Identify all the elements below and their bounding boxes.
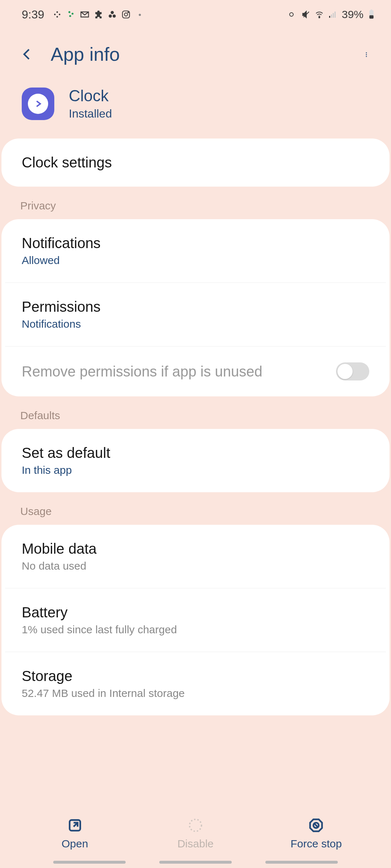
- clock-settings-title: Clock settings: [22, 154, 369, 171]
- disable-icon: [187, 817, 204, 834]
- svg-rect-20: [369, 15, 373, 18]
- back-nav-button[interactable]: [265, 861, 338, 864]
- open-icon: [66, 817, 84, 834]
- app-name: Clock: [69, 87, 112, 105]
- mobile-data-row[interactable]: Mobile data No data used: [1, 525, 390, 588]
- svg-rect-1: [56, 11, 58, 13]
- section-privacy-label: Privacy: [0, 187, 391, 219]
- svg-rect-3: [56, 16, 58, 17]
- status-left: 9:39 ●: [22, 8, 145, 21]
- set-default-sub: In this app: [22, 464, 369, 476]
- svg-point-22: [366, 52, 367, 54]
- home-button[interactable]: [159, 861, 232, 864]
- status-time: 9:39: [22, 8, 44, 21]
- status-bar: 9:39 ● 39%: [0, 0, 391, 29]
- mobile-data-title: Mobile data: [22, 541, 369, 557]
- more-options-button[interactable]: [358, 45, 377, 63]
- remove-permissions-toggle[interactable]: [336, 362, 369, 380]
- svg-point-7: [111, 11, 114, 14]
- puzzle-icon: [93, 9, 104, 20]
- svg-point-8: [109, 14, 112, 18]
- svg-point-12: [128, 12, 129, 13]
- disable-button[interactable]: Disable: [159, 817, 232, 850]
- svg-point-13: [290, 13, 293, 16]
- svg-rect-2: [59, 14, 60, 15]
- header: App info: [0, 29, 391, 80]
- system-nav-bar: [0, 861, 391, 864]
- svg-point-23: [366, 54, 367, 55]
- clock-settings-row[interactable]: Clock settings: [1, 139, 390, 187]
- mute-icon: [301, 9, 311, 20]
- notifications-sub: Allowed: [22, 254, 369, 267]
- svg-rect-16: [331, 14, 332, 18]
- instagram-icon: [121, 9, 131, 20]
- page-title: App info: [51, 43, 344, 65]
- svg-point-11: [125, 13, 128, 16]
- permissions-row[interactable]: Permissions Notifications: [5, 282, 386, 346]
- toggle-knob: [337, 364, 353, 379]
- status-right: 39%: [288, 8, 377, 21]
- mobile-data-sub: No data used: [22, 560, 369, 572]
- svg-point-4: [68, 11, 70, 13]
- bottom-action-bar: Open Disable Force stop: [0, 817, 391, 850]
- remove-permissions-title: Remove permissions if app is unused: [22, 363, 262, 380]
- svg-rect-21: [371, 9, 373, 10]
- slack-icon: [52, 9, 62, 20]
- battery-icon: [366, 9, 377, 20]
- force-stop-button[interactable]: Force stop: [280, 817, 352, 850]
- app-header-text: Clock Installed: [69, 87, 112, 120]
- battery-percentage: 39%: [342, 8, 363, 21]
- battery-row[interactable]: Battery 1% used since last fully charged: [5, 588, 386, 652]
- usage-card: Mobile data No data used Battery 1% used…: [1, 525, 390, 715]
- svg-point-26: [189, 820, 201, 831]
- dots-icon: [66, 9, 76, 20]
- svg-rect-17: [333, 13, 334, 18]
- gmail-icon: [80, 9, 90, 20]
- notifications-row[interactable]: Notifications Allowed: [1, 219, 390, 282]
- disable-label: Disable: [177, 838, 214, 850]
- app-icon: [22, 88, 54, 120]
- section-usage-label: Usage: [0, 492, 391, 525]
- svg-point-5: [72, 13, 73, 14]
- open-label: Open: [62, 838, 88, 850]
- dot-icon: ●: [135, 9, 145, 20]
- battery-title: Battery: [22, 604, 369, 621]
- signal-icon: [327, 9, 337, 20]
- svg-rect-18: [335, 12, 336, 18]
- open-button[interactable]: Open: [39, 817, 111, 850]
- svg-point-14: [319, 17, 320, 18]
- set-default-title: Set as default: [22, 445, 369, 461]
- cluster-icon: [107, 9, 117, 20]
- back-button[interactable]: [18, 45, 36, 63]
- app-header: Clock Installed: [0, 80, 391, 139]
- svg-rect-0: [54, 14, 56, 15]
- permissions-title: Permissions: [22, 299, 369, 315]
- vpn-key-icon: [288, 9, 298, 20]
- app-install-status: Installed: [69, 107, 112, 120]
- notifications-title: Notifications: [22, 235, 369, 251]
- battery-sub: 1% used since last fully charged: [22, 624, 369, 636]
- force-stop-icon: [307, 817, 325, 834]
- section-defaults-label: Defaults: [0, 396, 391, 429]
- privacy-card: Notifications Allowed Permissions Notifi…: [1, 219, 390, 396]
- wifi-icon: [314, 9, 324, 20]
- svg-point-24: [366, 56, 367, 57]
- remove-permissions-row[interactable]: Remove permissions if app is unused: [5, 346, 386, 396]
- storage-row[interactable]: Storage 52.47 MB used in Internal storag…: [5, 652, 386, 715]
- force-stop-label: Force stop: [290, 838, 342, 850]
- permissions-sub: Notifications: [22, 318, 369, 330]
- set-default-row[interactable]: Set as default In this app: [1, 429, 390, 492]
- settings-card: Clock settings: [1, 139, 390, 187]
- recents-button[interactable]: [53, 861, 126, 864]
- svg-point-6: [69, 15, 71, 17]
- svg-rect-15: [329, 16, 330, 18]
- defaults-card: Set as default In this app: [1, 429, 390, 492]
- storage-sub: 52.47 MB used in Internal storage: [22, 687, 369, 699]
- svg-point-9: [113, 14, 116, 18]
- storage-title: Storage: [22, 668, 369, 684]
